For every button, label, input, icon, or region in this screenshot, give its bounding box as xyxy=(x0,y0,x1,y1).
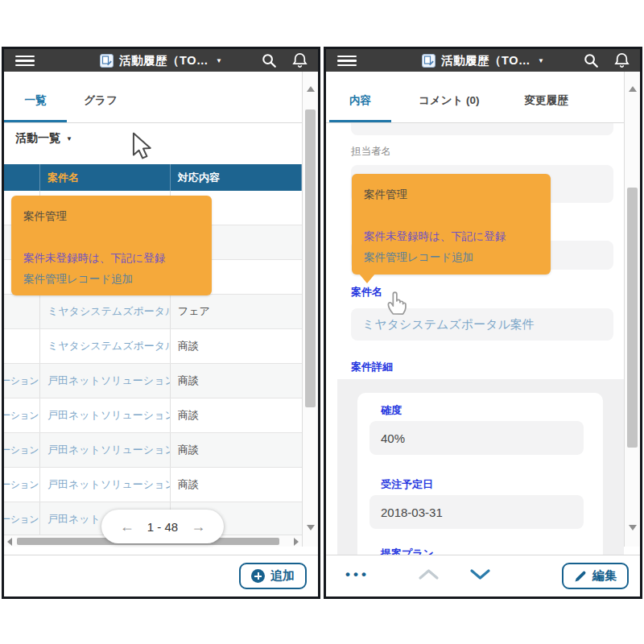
scroll-left-icon[interactable] xyxy=(7,538,12,546)
tab-graph[interactable]: グラフ xyxy=(76,72,126,122)
order-date-value: 2018-03-31 xyxy=(381,506,443,519)
tooltip-registered-link[interactable]: 案件未登録時は、下記に登録 xyxy=(364,226,539,247)
right-vertical-scroll-thumb[interactable] xyxy=(627,188,638,448)
probability-value: 40% xyxy=(381,431,405,445)
right-hint-tooltip: 案件管理 案件未登録時は、下記に登録 案件管理レコード追加 xyxy=(352,174,551,275)
search-icon[interactable] xyxy=(261,52,278,69)
left-app-title: 活動履歴（TO… xyxy=(119,53,208,68)
right-vertical-scrollbar[interactable] xyxy=(624,72,640,547)
chevron-down-icon[interactable] xyxy=(469,568,491,580)
right-app-title: 活動履歴（TO… xyxy=(441,53,530,68)
plus-icon xyxy=(251,569,265,583)
record-detail-panel: 活動履歴（TO… ▼ 内容 コメント (0) 変更履歴 担当者名 案件管理 xyxy=(324,47,642,599)
cell-customer-link[interactable]: ーション xyxy=(4,364,40,398)
right-appbar: 活動履歴（TO… ▼ xyxy=(326,49,640,72)
cell-customer-link[interactable]: ーション xyxy=(4,468,40,502)
case-name-value-box: ミヤタシステムズポータル案件 xyxy=(351,308,613,341)
order-date-value-box: 2018-03-31 xyxy=(369,495,584,529)
edit-button[interactable]: 編集 xyxy=(562,563,629,589)
bell-icon[interactable] xyxy=(613,52,630,69)
table-header-row: 案件名 対応内容 xyxy=(4,164,302,191)
cell-response-type: 商談 xyxy=(171,433,302,467)
scroll-down-icon[interactable] xyxy=(629,525,637,530)
left-vertical-scroll-thumb[interactable] xyxy=(305,109,316,407)
table-header-col1 xyxy=(4,164,40,191)
add-record-button[interactable]: 追加 xyxy=(239,563,307,589)
pagination-pill: ← 1 - 48 → xyxy=(101,510,224,543)
app-icon xyxy=(100,54,114,68)
tooltip-title: 案件管理 xyxy=(364,184,539,205)
cell-customer-link[interactable] xyxy=(4,295,40,328)
probability-value-box: 40% xyxy=(369,421,584,455)
cell-response-type: 商談 xyxy=(171,398,302,432)
table-row[interactable]: ーション戸田ネットソリューション商談 xyxy=(4,468,302,502)
cell-response-type: 商談 xyxy=(171,329,302,363)
chevron-up-icon[interactable] xyxy=(418,568,440,580)
cell-case-name-link[interactable]: ミヤタシステムズポータル xyxy=(40,329,171,363)
order-date-label[interactable]: 受注予定日 xyxy=(381,477,433,492)
list-view-panel: 活動履歴（TO… ▼ 一覧 グラフ 活動一覧 ▼ 案件名 xyxy=(2,47,320,599)
tooltip-add-record-link[interactable]: 案件管理レコード追加 xyxy=(364,247,539,268)
table-row[interactable]: ミヤタシステムズポータルフェア xyxy=(4,295,302,329)
mouse-arrow-cursor xyxy=(132,132,154,159)
tooltip-registered-link[interactable]: 案件未登録時は、下記に登録 xyxy=(23,248,200,269)
assignee-name-label: 担当者名 xyxy=(351,145,391,159)
right-tabbar: 内容 コメント (0) 変更履歴 xyxy=(326,72,624,123)
table-header-response[interactable]: 対応内容 xyxy=(171,164,302,191)
left-hint-tooltip: 案件管理 案件未登録時は、下記に登録 案件管理レコード追加 xyxy=(11,196,212,295)
pagination-prev-icon[interactable]: ← xyxy=(120,518,134,535)
scroll-right-icon[interactable] xyxy=(294,538,299,546)
screenshot-canvas: 活動履歴（TO… ▼ 一覧 グラフ 活動一覧 ▼ 案件名 xyxy=(0,0,644,644)
case-detail-label[interactable]: 案件詳細 xyxy=(351,360,393,374)
table-header-case-name[interactable]: 案件名 xyxy=(40,164,171,191)
left-app-title-caret: ▼ xyxy=(216,57,222,64)
tooltip-add-record-link[interactable]: 案件管理レコード追加 xyxy=(23,269,200,290)
cell-case-name-link[interactable]: 戸田ネットソリューション xyxy=(40,468,171,502)
cell-case-name-link[interactable]: 戸田ネットソリューション xyxy=(40,398,171,432)
pencil-icon xyxy=(574,570,587,583)
probability-label[interactable]: 確度 xyxy=(381,403,402,418)
tooltip-tail xyxy=(359,274,375,283)
cell-response-type: 商談 xyxy=(171,364,302,398)
pagination-next-icon[interactable]: → xyxy=(191,518,205,535)
search-icon[interactable] xyxy=(583,52,600,69)
cell-case-name-link[interactable]: 戸田ネットソリューション xyxy=(40,364,171,398)
table-row[interactable]: ーション戸田ネットソリューション商談 xyxy=(4,364,302,398)
left-vertical-scrollbar[interactable] xyxy=(302,72,318,547)
case-name-label[interactable]: 案件名 xyxy=(351,285,382,299)
cell-case-name-link[interactable]: ミヤタシステムズポータル xyxy=(40,295,171,328)
right-app-title-caret: ▼ xyxy=(538,57,544,64)
cell-response-type: 商談 xyxy=(171,468,302,502)
cell-customer-link[interactable] xyxy=(4,329,40,363)
scroll-up-icon[interactable] xyxy=(307,86,315,92)
table-row[interactable]: ミヤタシステムズポータル商談 xyxy=(4,329,302,364)
left-appbar: 活動履歴（TO… ▼ xyxy=(4,49,318,72)
scroll-up-icon[interactable] xyxy=(629,86,637,92)
pagination-range: 1 - 48 xyxy=(147,520,178,534)
view-selector[interactable]: 活動一覧 ▼ xyxy=(15,131,72,146)
cell-response-type: フェア xyxy=(171,295,302,328)
tab-list[interactable]: 一覧 xyxy=(4,72,67,122)
left-scroll-content: 活動一覧 ▼ 案件名 対応内容 ミヤタシステムズポータルフェアミヤタシステムズポ… xyxy=(4,123,302,556)
tab-comments[interactable]: コメント (0) xyxy=(412,72,486,122)
tab-content[interactable]: 内容 xyxy=(329,72,391,122)
tooltip-title: 案件管理 xyxy=(23,206,200,227)
cell-customer-link[interactable]: ーション xyxy=(4,502,40,536)
case-name-record-link[interactable]: ミヤタシステムズポータル案件 xyxy=(362,317,535,332)
table-row[interactable]: ーション戸田ネットソリューション商談 xyxy=(4,398,302,433)
scroll-down-icon[interactable] xyxy=(307,525,315,530)
right-bottom-bar: ••• 編集 xyxy=(326,555,640,597)
tab-change-history[interactable]: 変更履歴 xyxy=(520,72,573,122)
left-tabbar: 一覧 グラフ xyxy=(4,72,302,123)
view-selector-label: 活動一覧 xyxy=(15,131,60,146)
bell-icon[interactable] xyxy=(291,52,308,69)
cell-customer-link[interactable]: ーション xyxy=(4,433,40,467)
cell-customer-link[interactable]: ーション xyxy=(4,398,40,432)
table-row[interactable]: ーション戸田ネットソリューション商談 xyxy=(4,433,302,468)
right-scroll-content: 担当者名 案件管理 案件未登録時は、下記に登録 案件管理レコード追加 案件名 ミ… xyxy=(326,123,624,556)
case-detail-group: 確度 40% 受注予定日 2018-03-31 提案プラン xyxy=(337,379,624,556)
more-options-button[interactable]: ••• xyxy=(345,567,369,583)
app-icon xyxy=(422,54,436,68)
case-detail-card: 確度 40% 受注予定日 2018-03-31 提案プラン xyxy=(357,393,603,556)
cell-case-name-link[interactable]: 戸田ネットソリューション xyxy=(40,433,171,467)
